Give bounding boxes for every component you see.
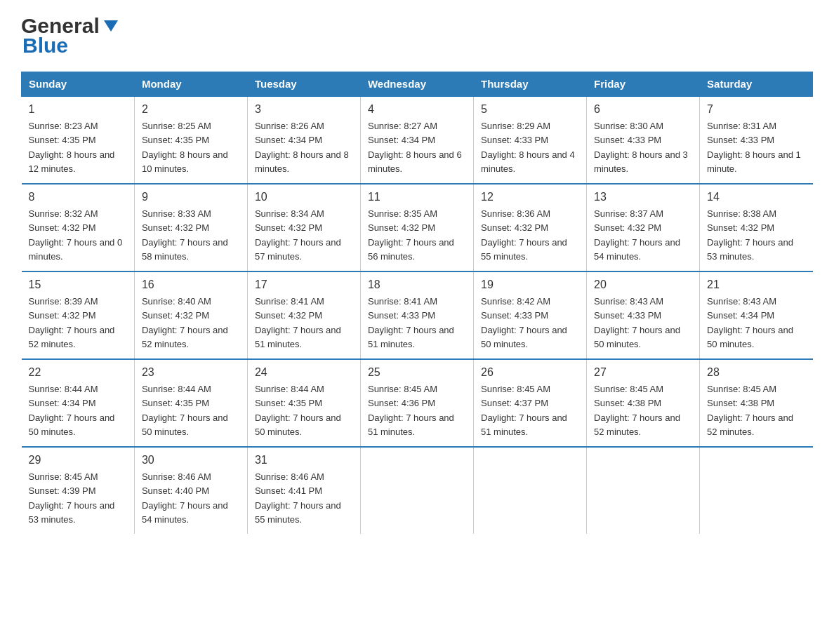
day-cell: 1 Sunrise: 8:23 AM Sunset: 4:35 PM Dayli… <box>22 96 135 184</box>
day-cell: 15 Sunrise: 8:39 AM Sunset: 4:32 PM Dayl… <box>22 271 135 359</box>
header-friday: Friday <box>587 72 700 97</box>
daylight-info: Daylight: 7 hours and 52 minutes. <box>594 412 680 437</box>
day-cell: 12 Sunrise: 8:36 AM Sunset: 4:32 PM Dayl… <box>474 184 587 271</box>
week-row-2: 8 Sunrise: 8:32 AM Sunset: 4:32 PM Dayli… <box>22 184 813 271</box>
daylight-info: Daylight: 7 hours and 50 minutes. <box>707 325 793 349</box>
sunset-info: Sunset: 4:34 PM <box>255 135 322 145</box>
sunrise-info: Sunrise: 8:43 AM <box>707 296 776 307</box>
sunrise-info: Sunrise: 8:35 AM <box>368 208 437 219</box>
day-number: 5 <box>481 101 579 118</box>
sunset-info: Sunset: 4:32 PM <box>255 310 322 321</box>
sunrise-info: Sunrise: 8:39 AM <box>29 296 98 307</box>
sunrise-info: Sunrise: 8:46 AM <box>142 471 211 482</box>
sunrise-info: Sunrise: 8:30 AM <box>594 121 663 131</box>
sunset-info: Sunset: 4:34 PM <box>29 398 96 408</box>
daylight-info: Daylight: 8 hours and 1 minute. <box>707 149 801 174</box>
sunset-info: Sunset: 4:35 PM <box>255 398 322 408</box>
day-number: 20 <box>594 276 692 293</box>
day-cell: 16 Sunrise: 8:40 AM Sunset: 4:32 PM Dayl… <box>134 271 247 359</box>
day-cell: 9 Sunrise: 8:33 AM Sunset: 4:32 PM Dayli… <box>134 184 247 271</box>
day-cell: 19 Sunrise: 8:42 AM Sunset: 4:33 PM Dayl… <box>474 271 587 359</box>
day-number: 11 <box>368 189 466 206</box>
sunset-info: Sunset: 4:38 PM <box>707 398 774 408</box>
sunset-info: Sunset: 4:34 PM <box>368 135 435 145</box>
day-cell: 13 Sunrise: 8:37 AM Sunset: 4:32 PM Dayl… <box>587 184 700 271</box>
daylight-info: Daylight: 8 hours and 12 minutes. <box>29 149 115 174</box>
sunrise-info: Sunrise: 8:43 AM <box>594 296 663 307</box>
header-monday: Monday <box>134 72 247 97</box>
header-wednesday: Wednesday <box>360 72 473 97</box>
sunset-info: Sunset: 4:33 PM <box>481 135 548 145</box>
daylight-info: Daylight: 7 hours and 54 minutes. <box>142 500 228 525</box>
sunset-info: Sunset: 4:33 PM <box>481 310 548 321</box>
day-number: 2 <box>142 101 240 118</box>
day-number: 22 <box>29 364 127 381</box>
daylight-info: Daylight: 7 hours and 51 minutes. <box>255 325 341 349</box>
day-number: 24 <box>255 364 353 381</box>
daylight-info: Daylight: 7 hours and 53 minutes. <box>29 500 115 525</box>
day-cell <box>587 447 700 534</box>
page-header: General Blue <box>21 14 813 58</box>
day-number: 14 <box>707 189 805 206</box>
day-cell: 31 Sunrise: 8:46 AM Sunset: 4:41 PM Dayl… <box>247 447 360 534</box>
sunrise-info: Sunrise: 8:25 AM <box>142 121 211 131</box>
day-number: 25 <box>368 364 466 381</box>
day-cell: 2 Sunrise: 8:25 AM Sunset: 4:35 PM Dayli… <box>134 96 247 184</box>
daylight-info: Daylight: 8 hours and 3 minutes. <box>594 149 688 174</box>
sunrise-info: Sunrise: 8:45 AM <box>707 384 776 394</box>
day-cell: 10 Sunrise: 8:34 AM Sunset: 4:32 PM Dayl… <box>247 184 360 271</box>
sunrise-info: Sunrise: 8:44 AM <box>29 384 98 394</box>
day-cell: 24 Sunrise: 8:44 AM Sunset: 4:35 PM Dayl… <box>247 359 360 447</box>
day-cell: 23 Sunrise: 8:44 AM Sunset: 4:35 PM Dayl… <box>134 359 247 447</box>
sunrise-info: Sunrise: 8:29 AM <box>481 121 550 131</box>
day-cell: 22 Sunrise: 8:44 AM Sunset: 4:34 PM Dayl… <box>22 359 135 447</box>
day-number: 21 <box>707 276 805 293</box>
daylight-info: Daylight: 7 hours and 58 minutes. <box>142 237 228 262</box>
daylight-info: Daylight: 7 hours and 50 minutes. <box>594 325 680 349</box>
day-number: 28 <box>707 364 805 381</box>
header-tuesday: Tuesday <box>247 72 360 97</box>
calendar-table: SundayMondayTuesdayWednesdayThursdayFrid… <box>21 72 813 534</box>
day-number: 10 <box>255 189 353 206</box>
day-cell: 20 Sunrise: 8:43 AM Sunset: 4:33 PM Dayl… <box>587 271 700 359</box>
day-number: 26 <box>481 364 579 381</box>
sunrise-info: Sunrise: 8:38 AM <box>707 208 776 219</box>
day-number: 3 <box>255 101 353 118</box>
day-cell: 30 Sunrise: 8:46 AM Sunset: 4:40 PM Dayl… <box>134 447 247 534</box>
sunrise-info: Sunrise: 8:23 AM <box>29 121 98 131</box>
day-number: 29 <box>29 452 127 469</box>
day-number: 27 <box>594 364 692 381</box>
sunset-info: Sunset: 4:35 PM <box>142 135 209 145</box>
sunrise-info: Sunrise: 8:31 AM <box>707 121 776 131</box>
day-number: 1 <box>29 101 127 118</box>
sunset-info: Sunset: 4:41 PM <box>255 485 322 496</box>
day-cell: 29 Sunrise: 8:45 AM Sunset: 4:39 PM Dayl… <box>22 447 135 534</box>
sunrise-info: Sunrise: 8:34 AM <box>255 208 324 219</box>
daylight-info: Daylight: 7 hours and 51 minutes. <box>368 325 454 349</box>
sunrise-info: Sunrise: 8:41 AM <box>255 296 324 307</box>
daylight-info: Daylight: 7 hours and 52 minutes. <box>142 325 228 349</box>
day-cell: 7 Sunrise: 8:31 AM Sunset: 4:33 PM Dayli… <box>700 96 813 184</box>
sunset-info: Sunset: 4:35 PM <box>29 135 96 145</box>
daylight-info: Daylight: 7 hours and 57 minutes. <box>255 237 341 262</box>
sunrise-info: Sunrise: 8:45 AM <box>594 384 663 394</box>
daylight-info: Daylight: 7 hours and 0 minutes. <box>29 237 123 262</box>
sunset-info: Sunset: 4:37 PM <box>481 398 548 408</box>
daylight-info: Daylight: 7 hours and 56 minutes. <box>368 237 454 262</box>
sunrise-info: Sunrise: 8:44 AM <box>255 384 324 394</box>
day-cell: 6 Sunrise: 8:30 AM Sunset: 4:33 PM Dayli… <box>587 96 700 184</box>
day-cell: 21 Sunrise: 8:43 AM Sunset: 4:34 PM Dayl… <box>700 271 813 359</box>
sunrise-info: Sunrise: 8:36 AM <box>481 208 550 219</box>
sunset-info: Sunset: 4:35 PM <box>142 398 209 408</box>
sunset-info: Sunset: 4:36 PM <box>368 398 435 408</box>
sunrise-info: Sunrise: 8:41 AM <box>368 296 437 307</box>
week-row-4: 22 Sunrise: 8:44 AM Sunset: 4:34 PM Dayl… <box>22 359 813 447</box>
sunset-info: Sunset: 4:32 PM <box>142 310 209 321</box>
daylight-info: Daylight: 7 hours and 52 minutes. <box>29 325 115 349</box>
sunrise-info: Sunrise: 8:45 AM <box>481 384 550 394</box>
sunset-info: Sunset: 4:32 PM <box>142 222 209 233</box>
daylight-info: Daylight: 8 hours and 4 minutes. <box>481 149 575 174</box>
sunset-info: Sunset: 4:34 PM <box>707 310 774 321</box>
day-number: 18 <box>368 276 466 293</box>
sunset-info: Sunset: 4:33 PM <box>707 135 774 145</box>
